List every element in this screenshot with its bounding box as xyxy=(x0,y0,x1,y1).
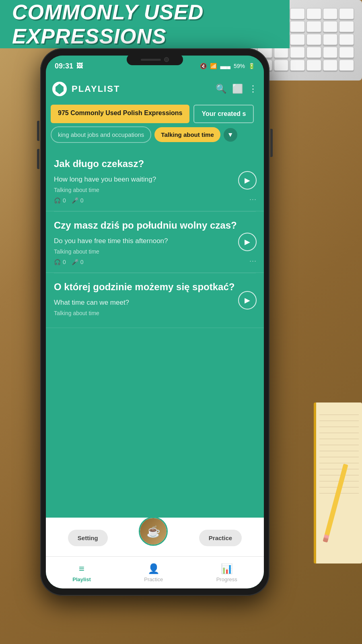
playlist-tab-polish[interactable]: 975 Commonly Used Polish Expressions xyxy=(51,105,189,123)
phrase-english-2: Do you have free time this afternoon? xyxy=(54,236,256,246)
fullscreen-icon[interactable]: ⬜ xyxy=(232,84,243,94)
signal-icon: ▄▄▄ xyxy=(220,63,230,69)
bottom-action-bar: Setting ☕ Practice xyxy=(46,518,264,556)
play-icon-3: ▶ xyxy=(245,296,250,305)
app-logo xyxy=(52,82,67,96)
phrase-stats-1: 🎧 0 🎤 0 xyxy=(54,197,256,204)
play-button-2[interactable]: ▶ xyxy=(238,233,257,251)
front-camera xyxy=(164,57,169,62)
phrase-polish-3: O której godzinie możemy się spotkać? xyxy=(54,281,256,293)
status-time: 09:31 🖼 xyxy=(55,62,83,70)
mute-icon: 🔇 xyxy=(200,63,207,69)
play-button-3[interactable]: ▶ xyxy=(238,291,257,310)
more-options-icon[interactable]: ⋮ xyxy=(249,84,257,94)
avatar-button[interactable]: ☕ xyxy=(139,517,168,546)
practice-nav-icon: 👤 xyxy=(148,563,160,574)
progress-nav-icon: 📊 xyxy=(221,563,233,574)
status-icons: 🔇 📶 ▄▄▄ 59% 🔋 xyxy=(200,63,255,69)
category-tabs: king about jobs and occupations Talking … xyxy=(46,126,264,147)
cat-tab-jobs[interactable]: king about jobs and occupations xyxy=(51,126,151,143)
chevron-down-icon: ▼ xyxy=(227,131,234,138)
nav-practice[interactable]: 👤 Practice xyxy=(144,563,163,582)
content-area: Jak długo czekasz? How long have you bee… xyxy=(46,147,264,518)
more-button-1[interactable]: ··· xyxy=(249,195,257,204)
phrase-card-3: O której godzinie możemy się spotkać? Wh… xyxy=(46,273,264,328)
speak-stat-2: 🎤 0 xyxy=(72,259,84,265)
phrase-category-3: Talking about time xyxy=(54,310,256,316)
wifi-icon: 📶 xyxy=(210,63,217,69)
playlist-tab-created[interactable]: Your created s xyxy=(193,105,254,123)
listen-stat-1: 🎧 0 xyxy=(54,197,66,204)
headphone-icon: 🎧 xyxy=(54,197,61,204)
top-banner: COMMONLY USED EXPRESSIONS xyxy=(0,0,290,48)
nav-progress[interactable]: 📊 Progress xyxy=(216,563,237,582)
cat-tab-time[interactable]: Talking about time xyxy=(154,127,220,142)
search-icon[interactable]: 🔍 xyxy=(216,84,226,94)
phrase-category-2: Talking about time xyxy=(54,248,256,255)
play-icon-1: ▶ xyxy=(245,176,250,185)
setting-button[interactable]: Setting xyxy=(68,530,108,546)
phrase-polish-2: Czy masz dziś po południu wolny czas? xyxy=(54,219,256,231)
phone-screen: 09:31 🖼 🔇 📶 ▄▄▄ 59% 🔋 PLAYLIST xyxy=(46,56,264,588)
battery-icon: 🔋 xyxy=(248,63,255,69)
play-button-1[interactable]: ▶ xyxy=(238,171,257,190)
power-button xyxy=(270,129,273,157)
phrase-english-1: How long have you been waiting? xyxy=(54,175,256,184)
nav-playlist[interactable]: ≡ Playlist xyxy=(72,563,91,582)
volume-up-button xyxy=(37,121,39,141)
phone-device: 09:31 🖼 🔇 📶 ▄▄▄ 59% 🔋 PLAYLIST xyxy=(40,48,269,596)
bottom-nav: ≡ Playlist 👤 Practice 📊 Progress xyxy=(46,556,264,588)
earpiece xyxy=(141,59,161,61)
playlist-nav-icon: ≡ xyxy=(79,563,84,574)
photo-icon: 🖼 xyxy=(76,62,83,70)
phone-frame: 09:31 🖼 🔇 📶 ▄▄▄ 59% 🔋 PLAYLIST xyxy=(40,48,269,596)
app-title: PLAYLIST xyxy=(72,84,211,94)
progress-nav-label: Progress xyxy=(216,576,237,582)
avatar-image: ☕ xyxy=(140,518,167,545)
app-bar: PLAYLIST 🔍 ⬜ ⋮ xyxy=(46,76,264,101)
phrase-stats-2: 🎧 0 🎤 0 xyxy=(54,259,256,265)
playlist-nav-label: Playlist xyxy=(72,576,91,582)
mic-icon: 🎤 xyxy=(72,197,78,204)
notch xyxy=(127,54,183,65)
more-button-2[interactable]: ··· xyxy=(249,257,257,265)
phrase-polish-1: Jak długo czekasz? xyxy=(54,157,256,170)
mic-icon-2: 🎤 xyxy=(72,259,78,265)
playlist-tabs: 975 Commonly Used Polish Expressions You… xyxy=(46,101,264,126)
play-icon-2: ▶ xyxy=(245,237,250,246)
speak-stat-1: 🎤 0 xyxy=(72,197,84,204)
practice-button[interactable]: Practice xyxy=(199,530,242,546)
volume-down-button xyxy=(37,149,39,169)
battery-label: 59% xyxy=(234,63,245,69)
phrase-category-1: Talking about time xyxy=(54,187,256,193)
banner-title: COMMONLY USED EXPRESSIONS xyxy=(12,0,278,48)
headphone-icon-2: 🎧 xyxy=(54,259,61,265)
phrase-card-1: Jak długo czekasz? How long have you bee… xyxy=(46,150,264,211)
phrase-card-2: Czy masz dziś po południu wolny czas? Do… xyxy=(46,212,264,273)
app-bar-actions: 🔍 ⬜ ⋮ xyxy=(216,84,257,94)
phrase-english-3: What time can we meet? xyxy=(54,298,256,308)
category-dropdown[interactable]: ▼ xyxy=(224,128,237,142)
listen-stat-2: 🎧 0 xyxy=(54,259,66,265)
practice-nav-label: Practice xyxy=(144,576,163,582)
